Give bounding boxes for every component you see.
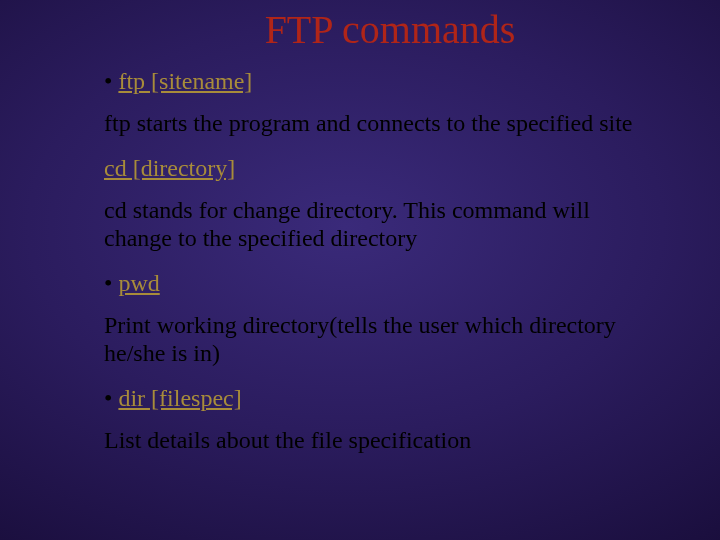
- command-link[interactable]: dir [filespec]: [118, 385, 241, 411]
- command-heading: cd [directory]: [104, 154, 662, 182]
- command-description: ftp starts the program and connects to t…: [104, 109, 662, 137]
- command-heading: • ftp [sitename]: [104, 67, 662, 95]
- bullet: •: [104, 270, 118, 296]
- bullet: •: [104, 385, 118, 411]
- command-description: List details about the file specificatio…: [104, 426, 662, 454]
- command-link[interactable]: cd [directory]: [104, 155, 235, 181]
- command-heading: • dir [filespec]: [104, 384, 662, 412]
- slide-title: FTP commands: [48, 6, 672, 53]
- slide: FTP commands • ftp [sitename] ftp starts…: [0, 0, 720, 540]
- slide-body: • ftp [sitename] ftp starts the program …: [48, 67, 672, 454]
- command-heading: • pwd: [104, 269, 662, 297]
- command-description: cd stands for change directory. This com…: [104, 196, 662, 253]
- command-link[interactable]: pwd: [118, 270, 159, 296]
- bullet: •: [104, 68, 118, 94]
- command-link[interactable]: ftp [sitename]: [118, 68, 252, 94]
- command-description: Print working directory(tells the user w…: [104, 311, 662, 368]
